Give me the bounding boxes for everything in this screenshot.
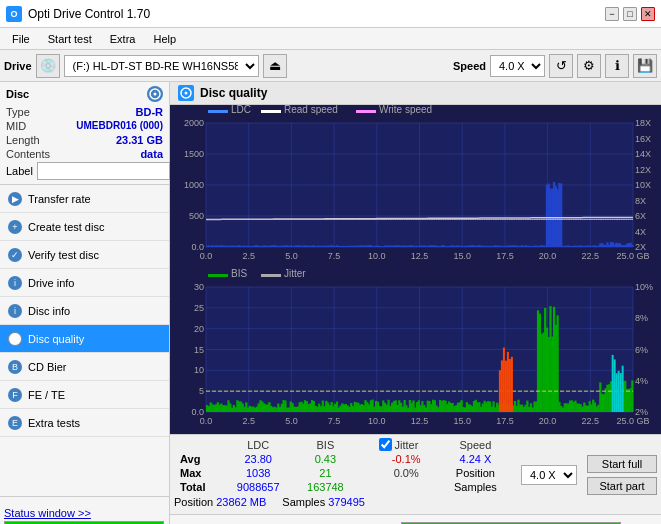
jitter-checkbox[interactable] bbox=[379, 438, 392, 451]
disc-contents-value: data bbox=[140, 148, 163, 160]
start-part-button[interactable]: Start part bbox=[587, 477, 657, 495]
stats-table: LDC BIS Jitter Speed bbox=[174, 437, 511, 512]
save-button[interactable]: 💾 bbox=[633, 54, 657, 78]
menubar: File Start test Extra Help bbox=[0, 28, 661, 50]
samples-label2: Samples bbox=[282, 496, 328, 508]
disc-label-label: Label bbox=[6, 165, 33, 177]
nav-verify-test-disc[interactable]: ✓ Verify test disc bbox=[0, 241, 169, 269]
disc-type-label: Type bbox=[6, 106, 30, 118]
refresh-button[interactable]: ↺ bbox=[549, 54, 573, 78]
start-full-button[interactable]: Start full bbox=[587, 455, 657, 473]
menu-help[interactable]: Help bbox=[145, 31, 184, 47]
nav-extra-tests[interactable]: E Extra tests bbox=[0, 409, 169, 437]
disc-quality-header-icon bbox=[178, 85, 194, 101]
nav-cd-bier[interactable]: B CD Bier bbox=[0, 353, 169, 381]
speed-dropdown[interactable]: 4.0 X bbox=[521, 465, 577, 485]
stats-col-jitter-check: Jitter bbox=[373, 437, 440, 452]
disc-contents-row: Contents data bbox=[6, 148, 163, 160]
disc-quality-icon: ● bbox=[8, 332, 22, 346]
nav-fe-te[interactable]: F FE / TE bbox=[0, 381, 169, 409]
main: Disc Type BD-R MID UMEBDR016 (000) Lengt… bbox=[0, 82, 661, 524]
disc-mid-value: UMEBDR016 (000) bbox=[76, 120, 163, 132]
cd-bier-icon: B bbox=[8, 360, 22, 374]
disc-panel: Disc Type BD-R MID UMEBDR016 (000) Lengt… bbox=[0, 82, 169, 185]
disc-type-row: Type BD-R bbox=[6, 106, 163, 118]
app-title: Opti Drive Control 1.70 bbox=[28, 7, 150, 21]
stats-max-bis: 21 bbox=[294, 466, 357, 480]
chart-canvas bbox=[170, 105, 661, 434]
disc-label-row: Label ⚙ bbox=[6, 162, 163, 180]
svg-point-3 bbox=[185, 92, 188, 95]
disc-header: Disc bbox=[6, 86, 163, 102]
disc-label-input[interactable] bbox=[37, 162, 170, 180]
stats-avg-jitter: -0.1% bbox=[373, 452, 440, 466]
nav-disc-info[interactable]: i Disc info bbox=[0, 297, 169, 325]
menu-file[interactable]: File bbox=[4, 31, 38, 47]
samples-row: Samples 379495 bbox=[282, 496, 365, 508]
disc-type-value: BD-R bbox=[136, 106, 164, 118]
toolbar: Drive 💿 (F:) HL-DT-ST BD-RE WH16NS58 TST… bbox=[0, 50, 661, 82]
transfer-rate-icon: ▶ bbox=[8, 192, 22, 206]
content-area: Disc quality LDC BIS bbox=[170, 82, 661, 524]
nav-transfer-rate[interactable]: ▶ Transfer rate bbox=[0, 185, 169, 213]
stats-max-jitter: 0.0% bbox=[373, 466, 440, 480]
nav-drive-info[interactable]: i Drive info bbox=[0, 269, 169, 297]
drive-label: Drive bbox=[4, 60, 32, 72]
stats-col-empty bbox=[174, 437, 223, 452]
disc-info-icon: i bbox=[8, 304, 22, 318]
bottom-bar: Tests completed 31:20 bbox=[170, 514, 661, 524]
stats-col-ldc: LDC bbox=[223, 437, 294, 452]
extra-tests-icon: E bbox=[8, 416, 22, 430]
titlebar: O Opti Drive Control 1.70 − □ ✕ bbox=[0, 0, 661, 28]
status-bar: Status window >> bbox=[0, 496, 169, 524]
eject-button[interactable]: ⏏ bbox=[263, 54, 287, 78]
disc-contents-label: Contents bbox=[6, 148, 50, 160]
drive-info-icon: i bbox=[8, 276, 22, 290]
svg-point-1 bbox=[154, 93, 157, 96]
minimize-button[interactable]: − bbox=[605, 7, 619, 21]
stats-col-speed-head: Speed bbox=[440, 437, 511, 452]
samples-value: 379495 bbox=[328, 496, 365, 508]
stats-avg-bis: 0.43 bbox=[294, 452, 357, 466]
stats-total-bis: 163748 bbox=[294, 480, 357, 494]
menu-extra[interactable]: Extra bbox=[102, 31, 144, 47]
disc-length-row: Length 23.31 GB bbox=[6, 134, 163, 146]
stats-col-spacer bbox=[357, 437, 373, 452]
drive-select[interactable]: (F:) HL-DT-ST BD-RE WH16NS58 TST4 bbox=[64, 55, 259, 77]
titlebar-controls: − □ ✕ bbox=[605, 7, 655, 21]
settings-button[interactable]: ⚙ bbox=[577, 54, 601, 78]
disc-panel-title: Disc bbox=[6, 88, 29, 100]
stats-col-bis: BIS bbox=[294, 437, 357, 452]
close-button[interactable]: ✕ bbox=[641, 7, 655, 21]
nav-disc-quality[interactable]: ● Disc quality bbox=[0, 325, 169, 353]
fe-te-icon: F bbox=[8, 388, 22, 402]
disc-mid-row: MID UMEBDR016 (000) bbox=[6, 120, 163, 132]
speed-label: Speed bbox=[453, 60, 486, 72]
position-label2: Position bbox=[174, 496, 216, 508]
disc-icon bbox=[147, 86, 163, 102]
position-row: Position 23862 MB bbox=[174, 496, 266, 508]
create-test-disc-icon: + bbox=[8, 220, 22, 234]
disc-length-label: Length bbox=[6, 134, 40, 146]
nav-create-test-disc[interactable]: + Create test disc bbox=[0, 213, 169, 241]
status-window-button[interactable]: Status window >> bbox=[4, 507, 165, 519]
speed-select[interactable]: 4.0 X bbox=[490, 55, 545, 77]
menu-start-test[interactable]: Start test bbox=[40, 31, 100, 47]
jitter-check-label: Jitter bbox=[395, 439, 419, 451]
action-buttons: Start full Start part bbox=[587, 437, 657, 512]
drive-icon: 💿 bbox=[36, 54, 60, 78]
disc-quality-title: Disc quality bbox=[200, 86, 267, 100]
stats-max-ldc: 1038 bbox=[223, 466, 294, 480]
position-label: Position bbox=[456, 467, 495, 479]
stats-speed-val: 4.24 X bbox=[440, 452, 511, 466]
info-button[interactable]: ℹ bbox=[605, 54, 629, 78]
stats-max-label: Max bbox=[174, 466, 223, 480]
stats-total-label: Total bbox=[174, 480, 223, 494]
maximize-button[interactable]: □ bbox=[623, 7, 637, 21]
titlebar-left: O Opti Drive Control 1.70 bbox=[6, 6, 150, 22]
disc-length-value: 23.31 GB bbox=[116, 134, 163, 146]
disc-quality-header: Disc quality bbox=[170, 82, 661, 105]
stats-total-ldc: 9088657 bbox=[223, 480, 294, 494]
verify-test-disc-icon: ✓ bbox=[8, 248, 22, 262]
charts-area bbox=[170, 105, 661, 434]
